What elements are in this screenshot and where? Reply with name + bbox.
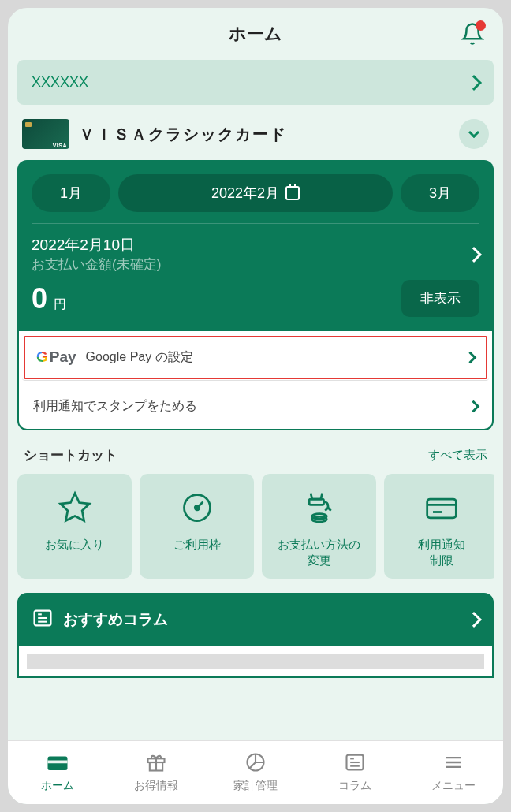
page-title: ホーム xyxy=(229,22,282,46)
shortcuts-all-link[interactable]: すべて表示 xyxy=(428,448,487,463)
payment-label: お支払い金額(未確定) xyxy=(32,255,161,274)
calendar-icon xyxy=(285,186,300,200)
shortcuts-header: ショートカット すべて表示 xyxy=(17,430,494,474)
hamburger-icon xyxy=(442,751,464,774)
g-letter: G xyxy=(36,348,48,366)
shortcut-credit-limit[interactable]: ご利用枠 xyxy=(140,474,254,579)
chevron-right-icon xyxy=(468,400,480,413)
payment-summary-card: 1月 2022年2月 3月 2022年2月10日 お支払い金額(未確定) 0 円 xyxy=(17,160,494,331)
card-selector: ＶＩＳＡクラシックカード xyxy=(17,116,494,160)
card-thumbnail xyxy=(22,119,69,149)
stamp-row-text: 利用通知でスタンプをためる xyxy=(33,398,460,415)
nav-label: コラム xyxy=(338,779,371,793)
banner-text: XXXXXX xyxy=(32,74,88,91)
nav-label: メニュー xyxy=(431,779,476,793)
payment-date: 2022年2月10日 xyxy=(32,235,161,255)
bottom-nav: ホーム お得情報 家計管理 コラム メニュー xyxy=(8,740,503,804)
card-name: ＶＩＳＡクラシックカード xyxy=(79,124,449,145)
svg-rect-4 xyxy=(309,499,323,505)
nav-deals[interactable]: お得情報 xyxy=(107,751,207,793)
article-icon xyxy=(344,751,366,774)
shortcut-label: ご利用枠 xyxy=(173,537,221,553)
nav-label: 家計管理 xyxy=(233,779,278,793)
nav-finance[interactable]: 家計管理 xyxy=(206,751,305,793)
notification-button[interactable] xyxy=(461,22,484,46)
column-image-placeholder xyxy=(27,654,484,669)
action-list: G Pay Google Pay の設定 利用通知でスタンプをためる xyxy=(17,331,494,430)
bag-coins-icon xyxy=(302,488,337,527)
bell-icon xyxy=(461,22,484,46)
notification-badge xyxy=(476,20,486,31)
nav-column[interactable]: コラム xyxy=(305,751,405,793)
nav-menu[interactable]: メニュー xyxy=(404,751,503,793)
column-preview xyxy=(17,646,494,678)
nav-home[interactable]: ホーム xyxy=(8,751,107,793)
shortcut-label: お支払い方法の 変更 xyxy=(278,537,360,568)
svg-rect-15 xyxy=(47,761,67,764)
gift-icon xyxy=(145,751,167,774)
app-header: ホーム xyxy=(8,8,503,60)
shortcut-label: お気に入り xyxy=(45,537,104,553)
amount-row: 0 円 非表示 xyxy=(32,280,479,328)
pay-word: Pay xyxy=(50,348,76,366)
divider xyxy=(32,223,479,224)
shortcut-usage-notice[interactable]: 利用通知 制限 xyxy=(384,474,494,579)
card-dropdown-button[interactable] xyxy=(459,119,489,149)
chevron-right-icon xyxy=(466,75,482,91)
month-tab-prev[interactable]: 1月 xyxy=(32,174,110,212)
info-banner[interactable]: XXXXXX xyxy=(17,60,494,105)
shortcuts-title: ショートカット xyxy=(24,446,117,464)
nav-label: ホーム xyxy=(41,779,74,793)
chevron-down-icon xyxy=(468,127,479,138)
google-pay-settings-row[interactable]: G Pay Google Pay の設定 xyxy=(22,334,489,381)
shortcut-row: お気に入り ご利用枠 お支払い方法の 変更 利用通知 制限 xyxy=(17,474,494,579)
gpay-row-text: Google Pay の設定 xyxy=(86,349,457,366)
gpay-logo: G Pay xyxy=(36,348,76,366)
star-icon xyxy=(58,488,92,527)
amount-unit: 円 xyxy=(54,297,66,311)
recommended-column-header[interactable]: おすすめコラム xyxy=(17,593,494,646)
main-content: XXXXXX ＶＩＳＡクラシックカード 1月 2022年2月 3月 xyxy=(8,60,503,728)
chevron-right-icon xyxy=(464,351,477,363)
month-tabs: 1月 2022年2月 3月 xyxy=(32,174,479,212)
pie-chart-icon xyxy=(244,751,267,774)
hide-amount-button[interactable]: 非表示 xyxy=(401,280,479,317)
shortcut-payment-method[interactable]: お支払い方法の 変更 xyxy=(262,474,376,579)
month-tab-current[interactable]: 2022年2月 xyxy=(118,174,393,212)
svg-marker-0 xyxy=(60,494,89,521)
app-frame: ホーム XXXXXX ＶＩＳＡクラシックカード 1月 2022年2月 xyxy=(8,8,503,804)
amount-value: 0 xyxy=(32,282,47,315)
chevron-right-icon xyxy=(466,247,482,263)
stamp-row[interactable]: 利用通知でスタンプをためる xyxy=(19,384,492,429)
nav-label: お得情報 xyxy=(134,779,178,793)
payment-detail-row[interactable]: 2022年2月10日 お支払い金額(未確定) xyxy=(32,235,479,274)
wallet-icon xyxy=(46,751,69,774)
chevron-right-icon xyxy=(466,612,482,628)
month-tab-next[interactable]: 3月 xyxy=(401,174,479,212)
month-current-label: 2022年2月 xyxy=(211,184,279,203)
card-icon xyxy=(424,488,459,527)
news-icon xyxy=(32,607,54,632)
gauge-icon xyxy=(180,488,214,527)
shortcut-favorites[interactable]: お気に入り xyxy=(17,474,132,579)
shortcut-label: 利用通知 制限 xyxy=(418,537,465,568)
column-title: おすすめコラム xyxy=(63,609,459,630)
svg-rect-7 xyxy=(427,499,456,518)
